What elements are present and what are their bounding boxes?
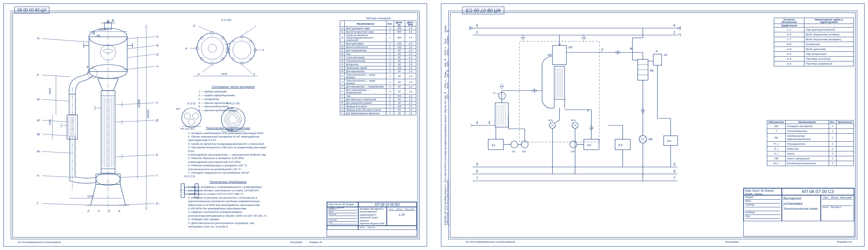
svg-point-117 — [249, 58, 252, 60]
svg-line-60 — [127, 54, 155, 58]
tech-characteristics: Техническая характеристика 1. Аппарат пр… — [188, 125, 268, 175]
list-item: 1 — камера греющая; — [198, 90, 268, 94]
svg-text:Ц: Ц — [156, 52, 158, 56]
detail-v-label: В (1:2,5) — [174, 175, 205, 178]
svg-point-98 — [201, 37, 223, 59]
svg-line-124 — [242, 27, 254, 35]
svg-text:НВ: НВ — [648, 138, 653, 141]
svg-line-68 — [122, 155, 155, 157]
svg-text:1: 1 — [673, 31, 675, 34]
svg-text:В: В — [185, 47, 187, 50]
main-elevation-view: 16320 15200 ⌀1600 1520 4600 2200 В П Ф Ц… — [18, 18, 181, 219]
view-a-top: А (1:25) Д — [188, 18, 264, 80]
svg-point-222 — [511, 141, 518, 148]
svg-text:Ш: Ш — [37, 118, 40, 122]
fitting-row: РДля манометра — термометра4501,6 — [340, 85, 416, 89]
svg-text:Р: Р — [37, 73, 39, 77]
list-item: 6. Рабочая температура в аппарате 109 °С… — [188, 164, 268, 167]
list-item: 6 — крышка греющей камеры — [198, 109, 268, 112]
svg-point-134 — [193, 113, 199, 119]
legend-row: -2-2-Пар вторичный — [774, 52, 854, 57]
req-title: Технические требования — [188, 180, 268, 184]
fitting-row: МДля манометра2501,6 — [340, 70, 416, 73]
svg-rect-170 — [552, 45, 566, 65]
svg-text:П: П — [156, 35, 158, 39]
svg-text:Ж: Ж — [629, 47, 633, 50]
svg-text:КО₂: КО₂ — [571, 119, 576, 122]
svg-line-80 — [42, 120, 67, 122]
svg-text:Е: Е — [156, 153, 158, 157]
svg-text:К: К — [262, 49, 264, 52]
tb1-name: Аппарат Выпарной с естественной циркуляц… — [358, 207, 387, 226]
svg-text:У: У — [156, 101, 158, 105]
parts-title: Составные части аппарата — [198, 85, 268, 89]
tb1-code: КП 08 03 00 ВО — [358, 202, 417, 207]
svg-text:А: А — [111, 18, 114, 23]
svg-text:А: А — [197, 73, 199, 76]
legend-row: -6-6-Вода оборотная (подача) — [774, 32, 854, 37]
legend-row: -1-1-Пар греющий водяной — [774, 27, 854, 32]
fittings-title: Таблица штуцеров — [340, 17, 416, 20]
footer-copy-1: Не для коммерческого использования — [18, 241, 61, 243]
side-stamp: Инв. № подл. — [444, 89, 453, 100]
side-stamp: КОМПАС-3D V13 (Учебная версия © 2011 ЗАО… — [444, 100, 453, 225]
list-item: 5. Рабочее давление в аппарате 0,25 МПа — [188, 157, 268, 160]
equipment-row: НВНасос вакуумный1 — [767, 156, 854, 161]
svg-line-56 — [127, 37, 155, 39]
fitting-row: ХПромыв для экспл.11001,6 — [340, 105, 416, 108]
svg-line-66 — [122, 120, 155, 122]
fitting-row: ГВход раствора11501,6 — [340, 42, 416, 45]
svg-text:2: 2 — [601, 48, 603, 52]
svg-line-72 — [118, 203, 155, 205]
svg-text:Р_с: Р_с — [493, 92, 498, 95]
tech-requirements: Технические требования 1. Корпус аппарат… — [188, 179, 268, 228]
side-stamp: Справ. № — [444, 25, 453, 33]
svg-line-82 — [42, 134, 67, 136]
svg-text:⌀1600: ⌀1600 — [98, 28, 106, 31]
svg-text:8: 8 — [476, 169, 478, 173]
svg-line-118 — [198, 26, 212, 32]
svg-point-135 — [188, 119, 195, 125]
svg-text:Е1: Е1 — [492, 143, 496, 147]
equipment-row: Н_iНасос3 — [767, 151, 854, 156]
svg-text:Г: Г — [255, 25, 257, 28]
equipment-row: Р_сРасширитель1 — [767, 142, 854, 147]
list-item: 3. Среда не является пожаровзрывоопасной… — [188, 142, 268, 146]
fitting-row: АВход греющего пара14001,6 — [340, 27, 416, 30]
svg-text:9: 9 — [476, 162, 478, 166]
fitting-row: СДля термометра — термометра4501,6 — [340, 89, 416, 94]
list-item: 1. Аппарат предназначен для упаривания р… — [188, 132, 268, 135]
dim-overall-h: 16320 — [146, 110, 150, 118]
pipeline-legend: Условное обозначениеНаименование среды в… — [774, 18, 854, 66]
fitting-row: ТЛюк25001,6 — [340, 94, 416, 98]
svg-line-88 — [42, 203, 91, 205]
svg-line-237 — [556, 120, 559, 123]
fitting-row: ЕДля термометра1501,6 — [340, 49, 416, 52]
svg-text:АВ: АВ — [568, 45, 572, 49]
svg-point-116 — [232, 58, 234, 60]
svg-text:КБ: КБ — [650, 69, 654, 72]
svg-point-99 — [208, 44, 216, 52]
svg-text:Л: Л — [87, 209, 90, 213]
footer-copy-2: Не для коммерческого использования — [466, 240, 515, 243]
list-item: 2. Объем номинальный аппарата 51 м³, меж… — [188, 135, 268, 142]
svg-line-40 — [120, 184, 125, 205]
list-item: теплоносителя на входе/выходе 136 °С. — [188, 168, 268, 171]
svg-text:Р: Р — [656, 50, 658, 53]
svg-line-84 — [42, 151, 72, 153]
svg-text:7: 7 — [673, 176, 675, 180]
svg-text:6: 6 — [673, 24, 675, 27]
fitting-row: ПТехнологический — запас формир.1501,6 — [340, 79, 416, 85]
svg-text:М: М — [37, 98, 40, 101]
sheet-1-evaporator-assembly: 08 00 00 80 ЦХ — [3, 3, 427, 247]
svg-text:Е4: Е4 — [667, 139, 671, 143]
svg-text:Н1: Н1 — [512, 150, 515, 153]
svg-text:5: 5 — [587, 109, 589, 112]
svg-text:Д: Д — [193, 24, 195, 27]
parts-list: Составные части аппарата 1 — камера грею… — [198, 84, 268, 112]
svg-text:С: С — [108, 209, 110, 213]
equipment-row: КО_iКонденсатоотводчик2 — [767, 161, 854, 166]
footer-format-2: Формат А3 — [837, 240, 852, 243]
legend-row: -5-5-Раствор упаренный — [774, 61, 854, 66]
svg-text:Р₁: Р₁ — [37, 37, 40, 40]
